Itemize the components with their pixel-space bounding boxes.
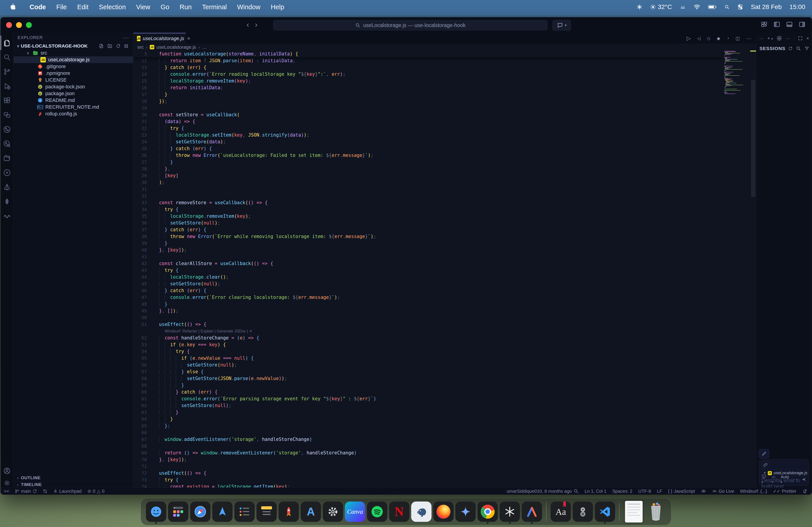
sessions-refresh-icon[interactable] <box>788 46 793 51</box>
activity-search-icon[interactable] <box>1 50 13 64</box>
dock-netflix-icon[interactable]: N <box>389 500 410 523</box>
command-center-search[interactable]: useLocalstorage.js — use-localstorage-ho… <box>273 20 548 30</box>
new-session-icon[interactable]: + ▾ <box>767 36 773 41</box>
editor-action2-icon[interactable]: ◆ <box>717 35 720 41</box>
dock-launchpad-icon[interactable] <box>168 500 189 523</box>
windsurf-status-item[interactable]: Windsurf: {...} <box>740 489 767 494</box>
dock-app-store-icon[interactable]: A <box>301 500 321 523</box>
indentation-item[interactable]: Spaces: 2 <box>612 489 633 494</box>
scrollbar-thumb[interactable] <box>751 80 755 197</box>
file-item-uselocalstorage-js[interactable]: JSuseLocalstorage.js <box>14 56 133 63</box>
close-panel-icon[interactable]: × <box>806 36 809 41</box>
menu-edit[interactable]: Edit <box>77 3 88 11</box>
menu-run[interactable]: Run <box>180 3 192 11</box>
git-blame-item[interactable]: umarSiddique010, 8 months ago <box>507 488 579 494</box>
sessions-filter-icon[interactable] <box>804 46 809 51</box>
new-file-icon[interactable] <box>99 43 104 49</box>
file-item--gitignore[interactable]: .gitignore <box>14 63 133 70</box>
dock-postgres-icon[interactable] <box>411 500 432 523</box>
toggle-secondary-sidebar-icon[interactable] <box>799 21 806 28</box>
cursor-position-item[interactable]: Ln 1, Col 1 <box>585 489 607 494</box>
expand-panel-icon[interactable] <box>798 36 803 41</box>
dock-document-icon[interactable] <box>623 500 644 523</box>
activity-remote-icon[interactable] <box>1 108 13 122</box>
dock-spotify-icon[interactable] <box>367 500 388 523</box>
refresh-explorer-icon[interactable] <box>116 43 120 49</box>
send-icon[interactable] <box>801 477 807 482</box>
dock-maps-icon[interactable] <box>212 500 233 523</box>
dock-vscode-icon[interactable] <box>595 500 615 523</box>
settings-gear-icon[interactable] <box>4 480 10 486</box>
sync-changes-item[interactable] <box>43 489 47 493</box>
file-item--npmignore[interactable]: .npmignore <box>14 70 133 77</box>
windsurf-codelens[interactable]: Windsurf: Refactor | Explain | Generate … <box>133 328 722 334</box>
collapse-folders-icon[interactable]: ⊟ <box>124 43 128 49</box>
menu-time[interactable]: 15:00 <box>789 3 805 11</box>
dock-firefox-icon[interactable] <box>433 500 454 523</box>
nav-editor-back-icon[interactable]: ◁ <box>697 35 700 41</box>
notifications-bell-icon[interactable] <box>802 489 807 494</box>
sessions-search-icon[interactable] <box>796 46 801 51</box>
dock-a-gradient-icon[interactable] <box>521 500 542 523</box>
file-item-recruiter-note-md[interactable]: RECRUITER_NOTE.md <box>14 104 133 110</box>
close-window-button[interactable] <box>6 22 12 28</box>
dock-canva-icon[interactable]: Canva <box>345 500 365 523</box>
activity-mongo-icon[interactable] <box>1 194 13 209</box>
dock-trash-icon[interactable] <box>646 500 666 523</box>
activity-gl-circle-icon[interactable] <box>1 122 13 137</box>
activity-wave-icon[interactable] <box>1 209 13 223</box>
activity-thunder-icon[interactable] <box>1 165 13 180</box>
preview-target-icon[interactable]: ▾ <box>762 474 768 484</box>
problems-item[interactable]: ⊘ 0 △ 0 <box>88 488 104 494</box>
activity-extensions-icon[interactable] <box>1 93 13 108</box>
wifi-icon[interactable] <box>694 4 700 10</box>
input-more-icon[interactable]: ··· <box>794 477 798 482</box>
dock-notes-icon[interactable] <box>256 500 277 523</box>
dock-gemini-icon[interactable] <box>455 500 476 523</box>
go-live-item[interactable]: Go Live <box>712 489 734 494</box>
activity-scm-icon[interactable] <box>1 64 13 79</box>
editor-more-icon[interactable]: ··· <box>746 35 752 42</box>
encoding-item[interactable]: UTF-8 <box>638 489 651 494</box>
dock-settings-icon[interactable] <box>322 500 343 523</box>
new-chat-pencil-button[interactable] <box>758 449 769 458</box>
model-selector[interactable]: Auto ▾ <box>781 475 791 484</box>
nav-back-icon[interactable]: ‹ <box>247 20 249 29</box>
toggle-sidebar-icon[interactable] <box>773 21 780 28</box>
menu-date[interactable]: Sat 28 Feb <box>751 3 782 11</box>
breadcrumb[interactable]: src› JS useLocalstorage.js› … <box>133 44 756 50</box>
dock-safari-icon[interactable] <box>190 500 211 523</box>
panel-settings-icon[interactable] <box>777 35 782 41</box>
dock-dictionary-icon[interactable]: Aa <box>550 500 571 523</box>
dock-chatgpt-icon[interactable] <box>499 500 520 523</box>
run-file-icon[interactable]: ▷ <box>686 35 691 42</box>
remote-indicator[interactable]: >< <box>4 489 9 494</box>
activity-debug-icon[interactable] <box>1 79 13 93</box>
minimize-window-button[interactable] <box>16 22 22 28</box>
file-item-readme-md[interactable]: iREADME.md <box>14 97 133 104</box>
weather-item[interactable]: 32°C <box>650 3 672 11</box>
file-item-license[interactable]: LICENSE <box>14 77 133 84</box>
file-item-rollup-config-js[interactable]: rollup.config.js <box>14 110 133 117</box>
control-center-icon[interactable] <box>737 4 743 10</box>
panel-more-icon[interactable]: ··· <box>759 36 764 41</box>
timeline-history-icon[interactable]: ◔ <box>726 36 729 41</box>
dock-finder-icon[interactable] <box>146 500 166 523</box>
keyboard-brightness-icon[interactable] <box>680 4 686 10</box>
split-editor-icon[interactable]: ◫ <box>736 35 740 41</box>
menu-window[interactable]: Window <box>237 3 260 11</box>
minimap[interactable] <box>724 51 749 94</box>
editor-action-icon[interactable]: ◇ <box>707 35 710 41</box>
outline-section[interactable]: ›OUTLINE <box>14 474 133 481</box>
dock-reminders-icon[interactable] <box>234 500 255 523</box>
copilot-status-icon[interactable] <box>701 489 706 494</box>
nav-forward-icon[interactable]: › <box>255 20 257 29</box>
apple-menu-icon[interactable] <box>10 3 16 11</box>
dock-lens-icon[interactable] <box>572 500 593 523</box>
eol-item[interactable]: LF <box>657 489 662 494</box>
attach-paperclip-icon[interactable] <box>762 462 770 469</box>
menu-view[interactable]: View <box>136 3 150 11</box>
toggle-panel-icon[interactable] <box>786 21 793 28</box>
explorer-more-icon[interactable]: ··· <box>123 34 129 41</box>
account-icon[interactable] <box>4 467 10 474</box>
